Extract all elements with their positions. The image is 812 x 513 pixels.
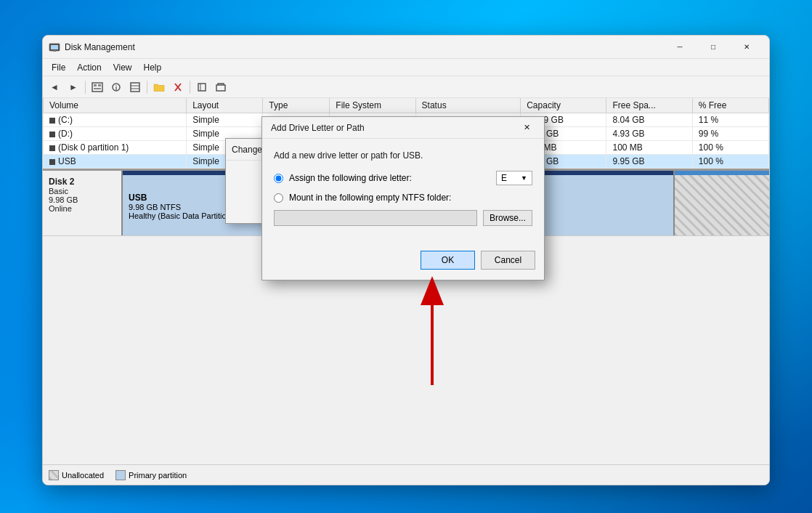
cell-free: 100 MB: [606, 141, 692, 155]
unallocated-partition: [675, 171, 769, 235]
back-button[interactable]: ◄: [46, 79, 63, 95]
cell-volume: USB: [44, 155, 187, 169]
cell-free: 8.04 GB: [606, 113, 692, 127]
radio-mount-folder[interactable]: [274, 193, 283, 203]
toolbar-btn-delete[interactable]: [169, 79, 187, 95]
toolbar-btn-1[interactable]: [89, 79, 106, 95]
disk-label: Disk 2 Basic 9.98 GB Online: [43, 171, 123, 235]
legend-primary-color: [115, 470, 126, 480]
legend-primary: Primary partition: [115, 470, 187, 480]
add-dialog-description: Add a new drive letter or path for USB.: [274, 150, 532, 161]
col-status: Status: [415, 98, 521, 113]
radio-row-mount: Mount in the following empty NTFS folder…: [274, 193, 532, 203]
drive-letter-value: E: [501, 173, 507, 183]
browse-button[interactable]: Browse...: [483, 210, 532, 226]
toolbar-btn-2[interactable]: i: [107, 79, 125, 95]
add-dialog-title-bar: Add Drive Letter or Path ✕: [262, 117, 544, 139]
toolbar: ◄ ► i: [43, 76, 769, 98]
col-capacity: Capacity: [521, 98, 606, 113]
disk-size: 9.98 GB: [49, 195, 78, 204]
disk-name: Disk 2: [49, 177, 115, 187]
drive-letter-dropdown[interactable]: E ▼: [496, 171, 532, 185]
cell-free: 4.93 GB: [606, 127, 692, 141]
col-type: Type: [263, 98, 330, 113]
forward-button[interactable]: ►: [65, 79, 82, 95]
cell-volume: (C:): [44, 113, 187, 127]
cell-layout: Simple: [187, 113, 263, 127]
add-dialog-buttons: OK Cancel: [262, 245, 544, 280]
svg-rect-9: [131, 83, 139, 92]
toolbar-btn-6[interactable]: [212, 79, 230, 95]
mount-path-row: Browse...: [274, 210, 532, 226]
svg-marker-18: [421, 276, 444, 305]
close-button[interactable]: ✕: [730, 36, 763, 59]
add-drive-letter-dialog: Add Drive Letter or Path ✕ Add a new dri…: [261, 116, 545, 280]
legend-unalloc-color: [49, 470, 59, 480]
maximize-button[interactable]: □: [697, 36, 730, 59]
svg-rect-4: [94, 84, 97, 86]
legend-primary-label: Primary partition: [129, 471, 187, 480]
cell-volume: (Disk 0 partition 1): [44, 141, 187, 155]
toolbar-sep-1: [85, 81, 86, 94]
dropdown-arrow-icon: ▼: [521, 174, 527, 182]
add-dialog-cancel-button[interactable]: Cancel: [481, 251, 535, 270]
svg-rect-5: [98, 84, 101, 86]
window-controls: ─ □ ✕: [663, 36, 763, 59]
cell-volume: (D:): [44, 127, 187, 141]
col-pct: % Free: [692, 98, 768, 113]
svg-rect-16: [216, 85, 225, 91]
col-volume: Volume: [44, 98, 187, 113]
add-dialog-title: Add Drive Letter or Path: [271, 123, 518, 133]
menu-view[interactable]: View: [107, 61, 138, 74]
svg-rect-6: [94, 88, 101, 89]
legend-unallocated: Unallocated: [49, 470, 104, 480]
cell-pct: 11 %: [692, 113, 768, 127]
cell-pct: 100 %: [692, 141, 768, 155]
radio-assign-letter-label: Assign the following drive letter:: [289, 173, 490, 183]
toolbar-btn-folder[interactable]: [150, 79, 168, 95]
toolbar-btn-5[interactable]: [193, 79, 211, 95]
title-bar: Disk Management ─ □ ✕: [43, 36, 769, 59]
svg-rect-14: [198, 84, 206, 91]
minimize-button[interactable]: ─: [663, 36, 697, 59]
col-layout: Layout: [187, 98, 263, 113]
toolbar-btn-3[interactable]: [126, 79, 144, 95]
cell-pct: 100 %: [692, 155, 768, 169]
add-dialog-close-button[interactable]: ✕: [518, 119, 535, 137]
disk-status: Online: [49, 204, 72, 213]
cell-free: 9.95 GB: [606, 155, 692, 169]
window-title: Disk Management: [65, 42, 663, 52]
col-fs: File System: [330, 98, 415, 113]
cell-pct: 99 %: [692, 127, 768, 141]
legend-unalloc-label: Unallocated: [62, 471, 104, 480]
menu-action[interactable]: Action: [71, 61, 107, 74]
menu-help[interactable]: Help: [138, 61, 168, 74]
toolbar-sep-2: [147, 81, 147, 94]
svg-rect-1: [51, 45, 58, 49]
menu-file[interactable]: File: [46, 61, 71, 74]
svg-text:i: i: [115, 84, 118, 92]
window-icon: [49, 41, 60, 53]
radio-mount-folder-label: Mount in the following empty NTFS folder…: [289, 193, 532, 203]
svg-rect-3: [92, 83, 102, 92]
toolbar-sep-3: [190, 81, 190, 94]
unalloc-strip: [675, 171, 769, 175]
col-free: Free Spa...: [606, 98, 692, 113]
radio-assign-letter[interactable]: [274, 174, 283, 183]
radio-row-letter: Assign the following drive letter: E ▼: [274, 171, 532, 185]
svg-rect-2: [53, 50, 56, 52]
legend: Unallocated Primary partition: [43, 464, 769, 485]
add-dialog-body: Add a new drive letter or path for USB. …: [262, 139, 544, 245]
mount-path-input[interactable]: [274, 210, 477, 226]
red-arrow: [410, 262, 454, 392]
menu-bar: File Action View Help: [43, 59, 769, 76]
disk-type: Basic: [49, 187, 68, 195]
